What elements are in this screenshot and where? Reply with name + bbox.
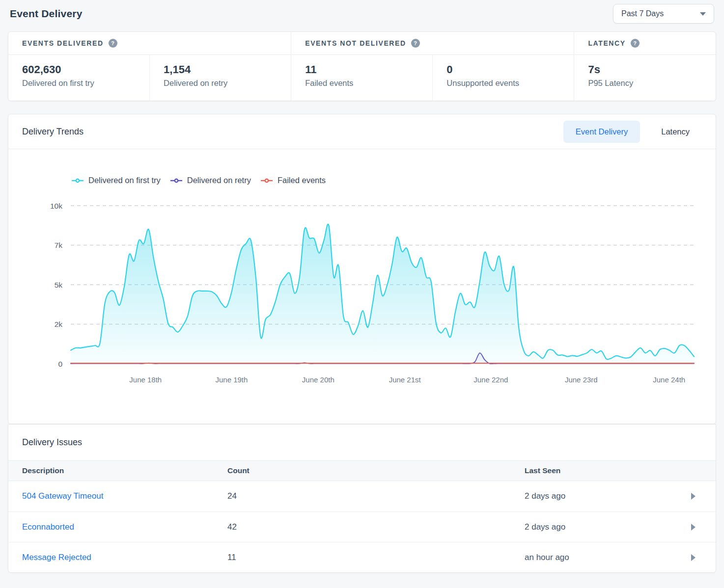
legend-label: Delivered on retry <box>187 176 251 185</box>
column-header-last-seen: Last Seen <box>525 466 669 475</box>
column-header-count: Count <box>227 466 525 475</box>
column-header-description: Description <box>8 466 227 475</box>
tab-latency[interactable]: Latency <box>649 121 702 143</box>
legend-marker-icon <box>260 178 273 183</box>
metric-failed-events: 11 Failed events <box>291 55 432 101</box>
x-tick-label: June 22nd <box>473 375 508 384</box>
issue-last-seen: an hour ago <box>525 553 669 562</box>
stats-group-title: LATENCY <box>588 39 625 47</box>
series-area-0 <box>71 224 694 364</box>
x-tick-label: June 18th <box>129 375 162 384</box>
delivery-trends-panel: Delivery Trends Event Delivery Latency D… <box>8 114 716 424</box>
legend-item-first-try: Delivered on first try <box>71 176 161 185</box>
metric-label: Unsupported events <box>446 79 560 88</box>
stats-group-title: EVENTS NOT DELIVERED <box>305 39 406 47</box>
issue-link[interactable]: Message Rejected <box>22 553 91 562</box>
issue-count: 24 <box>227 491 525 501</box>
x-tick-label: June 21st <box>389 375 421 384</box>
metric-label: Failed events <box>305 79 418 88</box>
legend-label: Delivered on first try <box>88 176 161 185</box>
issues-table-header: Description Count Last Seen <box>8 460 716 481</box>
trends-tabs: Event Delivery Latency <box>563 121 702 143</box>
issue-count: 11 <box>227 553 525 562</box>
metric-delivered-retry: 1,154 Delivered on retry <box>149 55 291 101</box>
legend-marker-icon <box>71 178 84 183</box>
metric-label: Delivered on retry <box>164 79 277 88</box>
legend-marker-icon <box>170 178 183 183</box>
chevron-right-icon[interactable] <box>691 524 696 531</box>
stats-group-events-delivered: EVENTS DELIVERED ? 602,630 Delivered on … <box>8 32 291 101</box>
stats-group-latency: LATENCY ? 7s P95 Latency <box>574 32 716 101</box>
delivery-trends-title: Delivery Trends <box>22 127 84 137</box>
delivery-issues-title: Delivery Issues <box>8 425 716 460</box>
metric-label: P95 Latency <box>588 79 702 88</box>
event-delivery-page: Event Delivery Past 7 Days EVENTS DELIVE… <box>0 0 724 573</box>
y-tick-label: 0 <box>58 360 62 368</box>
time-range-value: Past 7 Days <box>621 9 664 18</box>
x-tick-label: June 23rd <box>565 375 598 384</box>
time-range-dropdown[interactable]: Past 7 Days <box>613 4 714 24</box>
issue-count: 42 <box>227 522 525 532</box>
y-tick-label: 10k <box>50 202 62 210</box>
stats-group-title: EVENTS DELIVERED <box>22 39 104 47</box>
legend-item-failed: Failed events <box>260 176 326 185</box>
chart-area: Delivered on first try Delivered on retr… <box>8 176 716 424</box>
issue-last-seen: 2 days ago <box>525 491 669 501</box>
chart-legend: Delivered on first try Delivered on retr… <box>71 176 716 185</box>
y-tick-label: 2k <box>55 320 63 328</box>
y-tick-label: 5k <box>55 281 63 289</box>
topbar: Event Delivery Past 7 Days <box>8 0 716 31</box>
metric-value: 602,630 <box>22 63 136 76</box>
chevron-down-icon <box>700 12 706 16</box>
x-tick-label: June 20th <box>302 375 334 384</box>
help-icon[interactable]: ? <box>411 39 420 48</box>
help-icon[interactable]: ? <box>631 39 640 48</box>
metric-value: 1,154 <box>164 63 277 76</box>
stats-card: EVENTS DELIVERED ? 602,630 Delivered on … <box>8 31 716 101</box>
x-tick-label: June 24th <box>653 375 685 384</box>
table-row[interactable]: Message Rejected 11 an hour ago <box>8 542 716 572</box>
help-icon[interactable]: ? <box>109 39 117 48</box>
tab-event-delivery[interactable]: Event Delivery <box>563 121 640 143</box>
chevron-right-icon[interactable] <box>691 554 696 561</box>
metric-value: 11 <box>305 63 418 76</box>
y-tick-label: 7k <box>55 241 63 249</box>
delivery-issues-panel: Delivery Issues Description Count Last S… <box>8 424 716 573</box>
issue-link[interactable]: 504 Gateway Timeout <box>22 491 103 501</box>
page-title: Event Delivery <box>10 8 83 20</box>
table-row[interactable]: 504 Gateway Timeout 24 2 days ago <box>8 481 716 511</box>
chevron-right-icon[interactable] <box>691 493 696 500</box>
delivery-trends-chart: 10k7k5k2k0June 18thJune 19thJune 20thJun… <box>8 195 717 391</box>
table-row[interactable]: Econnaborted 42 2 days ago <box>8 511 716 542</box>
x-tick-label: June 19th <box>215 375 248 384</box>
stats-group-events-not-delivered: EVENTS NOT DELIVERED ? 11 Failed events … <box>291 32 574 101</box>
metric-p95-latency: 7s P95 Latency <box>574 55 716 101</box>
legend-label: Failed events <box>278 176 326 185</box>
metric-unsupported-events: 0 Unsupported events <box>432 55 574 101</box>
metric-value: 0 <box>446 63 560 76</box>
issue-last-seen: 2 days ago <box>525 522 669 532</box>
issue-link[interactable]: Econnaborted <box>22 522 74 532</box>
legend-item-retry: Delivered on retry <box>170 176 251 185</box>
metric-delivered-first-try: 602,630 Delivered on first try <box>8 55 149 101</box>
metric-value: 7s <box>588 63 702 76</box>
metric-label: Delivered on first try <box>22 79 136 88</box>
